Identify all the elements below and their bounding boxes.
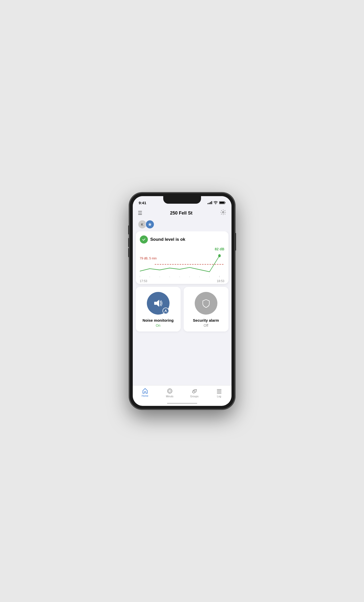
svg-point-17 xyxy=(165,310,166,311)
phone-mockup: 9:41 xyxy=(129,193,235,409)
chart-times: 17:53 18:53 xyxy=(140,278,224,283)
home-icon xyxy=(142,388,148,394)
nav-item-minuts[interactable]: Minuts xyxy=(162,388,177,398)
avatar-blue[interactable] xyxy=(145,220,154,229)
current-db-label: 82 dB xyxy=(215,247,224,251)
chart-time-start: 17:53 xyxy=(140,279,147,283)
security-alarm-status: Off xyxy=(204,323,208,327)
app-header: ☰ 250 Fell St xyxy=(133,207,231,220)
nav-label-groups: Groups xyxy=(190,395,198,398)
menu-icon[interactable]: ☰ xyxy=(138,210,142,216)
home-indicator xyxy=(167,403,197,404)
sound-card-header: Sound level is ok xyxy=(140,235,224,244)
chart-svg xyxy=(140,250,224,277)
signal-bar-4 xyxy=(211,201,212,204)
devices-grid: Noise monitoring On Sec xyxy=(136,287,228,332)
security-circle xyxy=(195,292,217,315)
minuts-icon xyxy=(167,388,173,394)
svg-point-6 xyxy=(218,254,221,257)
settings-icon[interactable] xyxy=(220,209,226,217)
svg-rect-16 xyxy=(154,302,157,305)
groups-icon xyxy=(191,388,197,394)
sound-status-text: Sound level is ok xyxy=(150,237,185,242)
signal-bar-2 xyxy=(209,203,210,204)
signal-bar-1 xyxy=(208,203,208,204)
svg-point-4 xyxy=(222,212,224,213)
chart-time-end: 18:53 xyxy=(217,279,224,283)
bottom-spacer xyxy=(133,335,231,340)
security-alarm-card[interactable]: Security alarm Off xyxy=(184,287,228,332)
nav-label-log: Log xyxy=(217,395,221,398)
check-circle-icon xyxy=(140,235,148,244)
phone-screen: 9:41 xyxy=(133,196,231,406)
svg-rect-2 xyxy=(225,202,225,203)
noise-monitoring-label: Noise monitoring xyxy=(143,318,174,322)
security-alarm-label: Security alarm xyxy=(193,318,219,322)
sound-level-card[interactable]: Sound level is ok 82 dB 79 dB, 5 min xyxy=(136,231,228,284)
wifi-icon xyxy=(214,201,218,204)
svg-point-0 xyxy=(215,204,216,204)
signal-bar-3 xyxy=(210,202,211,204)
svg-rect-3 xyxy=(219,202,224,204)
svg-point-18 xyxy=(168,389,172,393)
noise-icon-wrap xyxy=(147,292,170,315)
noise-monitoring-card[interactable]: Noise monitoring On xyxy=(136,287,181,332)
user-badge-icon xyxy=(162,308,169,314)
avatars-row: K xyxy=(133,220,231,231)
nav-item-log[interactable]: Log xyxy=(212,388,227,398)
security-icon-wrap xyxy=(195,292,217,315)
log-icon xyxy=(216,388,222,394)
signal-bars-icon xyxy=(208,201,212,204)
threshold-label: 79 dB, 5 min xyxy=(140,257,157,260)
nav-item-home[interactable]: Home xyxy=(138,388,153,397)
noise-monitoring-status: On xyxy=(156,323,160,327)
nav-label-home: Home xyxy=(142,395,148,397)
nav-label-minuts: Minuts xyxy=(166,395,173,398)
page-title: 250 Fell St xyxy=(170,210,192,216)
status-time: 9:41 xyxy=(139,199,146,205)
svg-point-19 xyxy=(169,390,171,392)
nav-item-groups[interactable]: Groups xyxy=(187,388,202,398)
scroll-content[interactable]: Sound level is ok 82 dB 79 dB, 5 min xyxy=(133,231,231,406)
notch xyxy=(163,196,201,204)
sound-chart: 82 dB 79 dB, 5 min xyxy=(140,247,224,280)
status-icons xyxy=(208,199,225,204)
battery-icon xyxy=(219,201,225,204)
